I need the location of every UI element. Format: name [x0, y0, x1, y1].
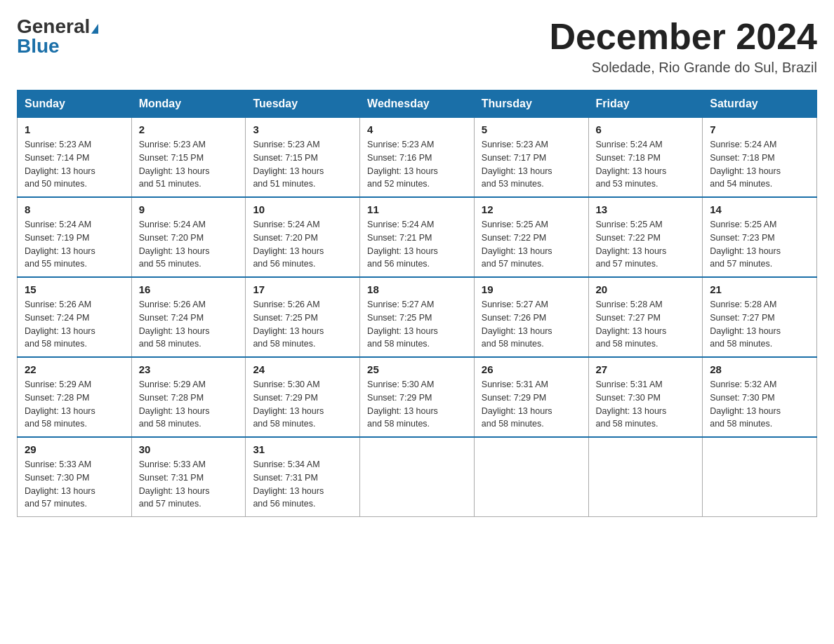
day-info: Sunrise: 5:25 AMSunset: 7:22 PMDaylight:…: [482, 218, 581, 271]
calendar-cell: 1Sunrise: 5:23 AMSunset: 7:14 PMDaylight…: [18, 118, 132, 198]
day-info: Sunrise: 5:23 AMSunset: 7:14 PMDaylight:…: [25, 138, 124, 191]
logo-general-text: General: [17, 15, 90, 37]
day-info: Sunrise: 5:25 AMSunset: 7:22 PMDaylight:…: [596, 218, 696, 271]
calendar-cell: [588, 437, 703, 517]
calendar-cell: 7Sunrise: 5:24 AMSunset: 7:18 PMDaylight…: [703, 118, 817, 198]
weekday-header-saturday: Saturday: [703, 90, 817, 118]
day-number: 11: [367, 203, 467, 215]
day-number: 27: [596, 363, 696, 375]
day-info: Sunrise: 5:24 AMSunset: 7:21 PMDaylight:…: [367, 218, 467, 271]
calendar-cell: [360, 437, 475, 517]
calendar-cell: 28Sunrise: 5:32 AMSunset: 7:30 PMDayligh…: [703, 357, 817, 437]
calendar-cell: [703, 437, 817, 517]
day-info: Sunrise: 5:26 AMSunset: 7:24 PMDaylight:…: [25, 298, 124, 351]
day-number: 4: [367, 123, 467, 135]
calendar-cell: 25Sunrise: 5:30 AMSunset: 7:29 PMDayligh…: [360, 357, 475, 437]
logo-blue-text: Blue: [17, 36, 60, 56]
calendar-cell: 31Sunrise: 5:34 AMSunset: 7:31 PMDayligh…: [246, 437, 360, 517]
day-number: 16: [139, 283, 239, 295]
day-number: 18: [367, 283, 467, 295]
calendar-week-row: 29Sunrise: 5:33 AMSunset: 7:30 PMDayligh…: [18, 437, 817, 517]
day-info: Sunrise: 5:27 AMSunset: 7:26 PMDaylight:…: [482, 298, 581, 351]
calendar-cell: 14Sunrise: 5:25 AMSunset: 7:23 PMDayligh…: [703, 197, 817, 277]
day-info: Sunrise: 5:23 AMSunset: 7:15 PMDaylight:…: [253, 138, 352, 191]
month-title: December 2024: [549, 17, 817, 57]
day-number: 20: [596, 283, 696, 295]
day-number: 13: [596, 203, 696, 215]
day-number: 19: [482, 283, 581, 295]
day-number: 8: [25, 203, 124, 215]
day-info: Sunrise: 5:31 AMSunset: 7:29 PMDaylight:…: [482, 378, 581, 431]
calendar-cell: 17Sunrise: 5:26 AMSunset: 7:25 PMDayligh…: [246, 277, 360, 357]
day-number: 26: [482, 363, 581, 375]
calendar-cell: [474, 437, 588, 517]
calendar-cell: 2Sunrise: 5:23 AMSunset: 7:15 PMDaylight…: [131, 118, 246, 198]
day-info: Sunrise: 5:24 AMSunset: 7:20 PMDaylight:…: [253, 218, 352, 271]
calendar-cell: 21Sunrise: 5:28 AMSunset: 7:27 PMDayligh…: [703, 277, 817, 357]
location-text: Soledade, Rio Grande do Sul, Brazil: [549, 60, 817, 76]
calendar-week-row: 15Sunrise: 5:26 AMSunset: 7:24 PMDayligh…: [18, 277, 817, 357]
day-number: 31: [253, 443, 352, 455]
weekday-header-sunday: Sunday: [18, 90, 132, 118]
day-number: 25: [367, 363, 467, 375]
day-info: Sunrise: 5:26 AMSunset: 7:24 PMDaylight:…: [139, 298, 239, 351]
day-number: 21: [710, 283, 809, 295]
day-info: Sunrise: 5:25 AMSunset: 7:23 PMDaylight:…: [710, 218, 809, 271]
calendar-cell: 18Sunrise: 5:27 AMSunset: 7:25 PMDayligh…: [360, 277, 475, 357]
calendar-cell: 23Sunrise: 5:29 AMSunset: 7:28 PMDayligh…: [131, 357, 246, 437]
calendar-cell: 12Sunrise: 5:25 AMSunset: 7:22 PMDayligh…: [474, 197, 588, 277]
weekday-header-wednesday: Wednesday: [360, 90, 475, 118]
day-info: Sunrise: 5:29 AMSunset: 7:28 PMDaylight:…: [25, 378, 124, 431]
day-info: Sunrise: 5:23 AMSunset: 7:15 PMDaylight:…: [139, 138, 239, 191]
day-info: Sunrise: 5:30 AMSunset: 7:29 PMDaylight:…: [253, 378, 352, 431]
weekday-header-thursday: Thursday: [474, 90, 588, 118]
weekday-header-row: SundayMondayTuesdayWednesdayThursdayFrid…: [18, 90, 817, 118]
day-number: 9: [139, 203, 239, 215]
day-info: Sunrise: 5:33 AMSunset: 7:31 PMDaylight:…: [139, 458, 239, 511]
calendar-cell: 27Sunrise: 5:31 AMSunset: 7:30 PMDayligh…: [588, 357, 703, 437]
calendar-cell: 10Sunrise: 5:24 AMSunset: 7:20 PMDayligh…: [246, 197, 360, 277]
day-number: 5: [482, 123, 581, 135]
day-number: 14: [710, 203, 809, 215]
calendar-table: SundayMondayTuesdayWednesdayThursdayFrid…: [17, 90, 817, 517]
calendar-cell: 8Sunrise: 5:24 AMSunset: 7:19 PMDaylight…: [18, 197, 132, 277]
calendar-cell: 30Sunrise: 5:33 AMSunset: 7:31 PMDayligh…: [131, 437, 246, 517]
day-number: 23: [139, 363, 239, 375]
calendar-cell: 22Sunrise: 5:29 AMSunset: 7:28 PMDayligh…: [18, 357, 132, 437]
day-number: 15: [25, 283, 124, 295]
calendar-week-row: 22Sunrise: 5:29 AMSunset: 7:28 PMDayligh…: [18, 357, 817, 437]
day-number: 10: [253, 203, 352, 215]
day-number: 7: [710, 123, 809, 135]
title-section: December 2024 Soledade, Rio Grande do Su…: [549, 17, 817, 76]
calendar-cell: 11Sunrise: 5:24 AMSunset: 7:21 PMDayligh…: [360, 197, 475, 277]
day-info: Sunrise: 5:34 AMSunset: 7:31 PMDaylight:…: [253, 458, 352, 511]
calendar-cell: 15Sunrise: 5:26 AMSunset: 7:24 PMDayligh…: [18, 277, 132, 357]
day-info: Sunrise: 5:28 AMSunset: 7:27 PMDaylight:…: [710, 298, 809, 351]
day-info: Sunrise: 5:24 AMSunset: 7:18 PMDaylight:…: [710, 138, 809, 191]
day-info: Sunrise: 5:24 AMSunset: 7:20 PMDaylight:…: [139, 218, 239, 271]
calendar-week-row: 8Sunrise: 5:24 AMSunset: 7:19 PMDaylight…: [18, 197, 817, 277]
day-info: Sunrise: 5:28 AMSunset: 7:27 PMDaylight:…: [596, 298, 696, 351]
day-info: Sunrise: 5:29 AMSunset: 7:28 PMDaylight:…: [139, 378, 239, 431]
calendar-cell: 29Sunrise: 5:33 AMSunset: 7:30 PMDayligh…: [18, 437, 132, 517]
day-number: 6: [596, 123, 696, 135]
day-number: 3: [253, 123, 352, 135]
day-number: 29: [25, 443, 124, 455]
weekday-header-friday: Friday: [588, 90, 703, 118]
calendar-cell: 26Sunrise: 5:31 AMSunset: 7:29 PMDayligh…: [474, 357, 588, 437]
day-number: 17: [253, 283, 352, 295]
calendar-cell: 19Sunrise: 5:27 AMSunset: 7:26 PMDayligh…: [474, 277, 588, 357]
day-info: Sunrise: 5:27 AMSunset: 7:25 PMDaylight:…: [367, 298, 467, 351]
day-info: Sunrise: 5:31 AMSunset: 7:30 PMDaylight:…: [596, 378, 696, 431]
calendar-cell: 9Sunrise: 5:24 AMSunset: 7:20 PMDaylight…: [131, 197, 246, 277]
day-number: 28: [710, 363, 809, 375]
day-info: Sunrise: 5:30 AMSunset: 7:29 PMDaylight:…: [367, 378, 467, 431]
calendar-cell: 24Sunrise: 5:30 AMSunset: 7:29 PMDayligh…: [246, 357, 360, 437]
day-info: Sunrise: 5:32 AMSunset: 7:30 PMDaylight:…: [710, 378, 809, 431]
page-header: General Blue December 2024 Soledade, Rio…: [17, 17, 817, 76]
calendar-cell: 6Sunrise: 5:24 AMSunset: 7:18 PMDaylight…: [588, 118, 703, 198]
day-info: Sunrise: 5:24 AMSunset: 7:18 PMDaylight:…: [596, 138, 696, 191]
calendar-cell: 4Sunrise: 5:23 AMSunset: 7:16 PMDaylight…: [360, 118, 475, 198]
calendar-cell: 3Sunrise: 5:23 AMSunset: 7:15 PMDaylight…: [246, 118, 360, 198]
day-info: Sunrise: 5:23 AMSunset: 7:17 PMDaylight:…: [482, 138, 581, 191]
